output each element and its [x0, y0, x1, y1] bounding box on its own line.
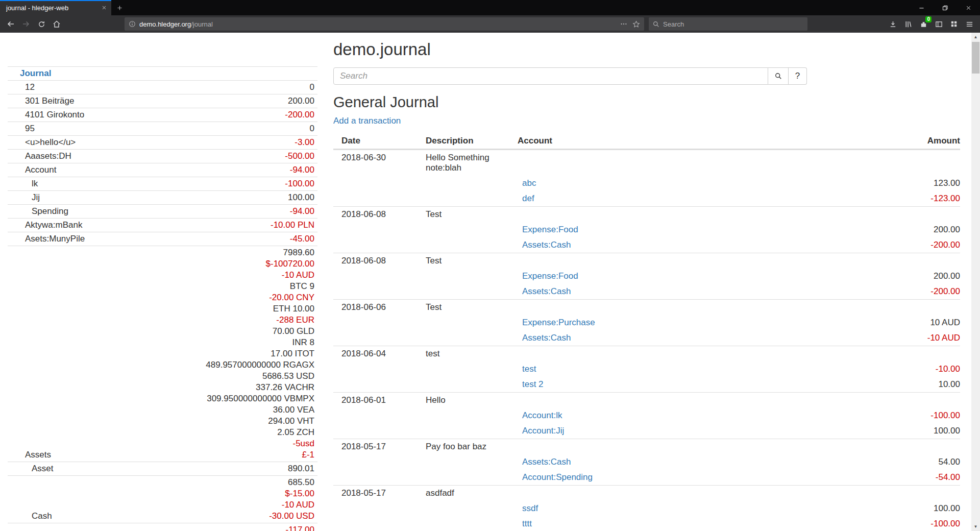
- account-link[interactable]: test: [522, 364, 536, 374]
- balance-amount: 17.00 ITOT: [206, 348, 314, 359]
- account-link[interactable]: ssdf: [522, 503, 538, 513]
- sidebar-account-name[interactable]: Jij: [8, 192, 40, 203]
- url-bar[interactable]: demo.hledger.org /journal: [125, 17, 644, 31]
- sidebar-account-name[interactable]: Account: [8, 164, 56, 176]
- search-help-button[interactable]: ?: [789, 67, 807, 85]
- tx-spacer: [827, 346, 960, 361]
- page-title: demo.journal: [333, 40, 960, 59]
- extension-button[interactable]: 0: [916, 16, 931, 32]
- posting-spacer: [333, 361, 418, 377]
- sidebar-account-name[interactable]: 95: [8, 123, 35, 134]
- account-link[interactable]: Assets:Cash: [522, 333, 571, 343]
- home-button[interactable]: [49, 16, 64, 32]
- account-link[interactable]: Expense:Purchase: [522, 318, 595, 327]
- posting-spacer: [333, 408, 418, 423]
- active-tab-indicator: [0, 0, 111, 1]
- posting-spacer: [418, 176, 509, 191]
- vertical-scrollbar[interactable]: ▲ ▼: [971, 33, 980, 531]
- account-link[interactable]: Account:Jij: [522, 426, 564, 436]
- forward-button[interactable]: [18, 16, 34, 32]
- balance-amount: -5usd: [206, 438, 314, 449]
- add-transaction-link[interactable]: Add a transaction: [333, 116, 401, 126]
- tx-date: 2018-06-08: [333, 206, 418, 222]
- window-close-button[interactable]: [957, 0, 980, 15]
- account-link[interactable]: tttt: [522, 519, 532, 528]
- menu-button[interactable]: [962, 16, 977, 32]
- account-link[interactable]: Account:Spending: [522, 472, 593, 482]
- tx-date: 2018-06-30: [333, 150, 418, 176]
- posting-amount: 10.00: [827, 377, 960, 392]
- new-tab-button[interactable]: [111, 0, 128, 15]
- posting-spacer: [333, 377, 418, 392]
- account-link[interactable]: Expense:Food: [522, 271, 578, 281]
- scroll-up-arrow[interactable]: ▲: [971, 33, 980, 41]
- posting-amount: 10 AUD: [827, 315, 960, 330]
- journal-search-input[interactable]: [333, 67, 768, 85]
- site-info-icon[interactable]: [129, 20, 136, 28]
- posting-spacer: [418, 470, 509, 485]
- posting-account-cell: Expense:Food: [509, 222, 827, 237]
- sidebar-account-name[interactable]: 4101 Girokonto: [8, 109, 84, 120]
- sidebar-account-name[interactable]: 12: [8, 82, 35, 93]
- account-link[interactable]: Assets:Cash: [522, 240, 571, 250]
- back-button[interactable]: [3, 16, 18, 32]
- account-link[interactable]: Assets:Cash: [522, 457, 571, 467]
- sidebar-account-name[interactable]: <u>hello</u>: [8, 137, 76, 148]
- account-link[interactable]: test 2: [522, 379, 544, 389]
- balance-amount: 294.00 VHT: [206, 416, 314, 427]
- tx-date: 2018-06-08: [333, 253, 418, 269]
- scroll-down-arrow[interactable]: ▼: [971, 522, 980, 531]
- browser-search-bar[interactable]: Search: [649, 17, 807, 31]
- account-link[interactable]: Assets:Cash: [522, 286, 571, 296]
- posting-spacer: [333, 315, 418, 330]
- account-link[interactable]: abc: [522, 178, 536, 188]
- balance-amount: INR 8: [206, 337, 314, 348]
- sidebar-account-row: 301 Beiträge200.00: [8, 94, 317, 108]
- account-link[interactable]: Account:lk: [522, 411, 562, 420]
- posting-spacer: [418, 501, 509, 516]
- sidebar-account-name[interactable]: lk: [8, 178, 38, 189]
- sidebar-account-row: Account-94.00: [8, 163, 317, 177]
- sidebar-account-row: 120: [8, 80, 317, 94]
- journal-search-button[interactable]: [768, 67, 789, 85]
- tx-date: 2018-06-04: [333, 346, 418, 361]
- sidebars-button[interactable]: [931, 16, 946, 32]
- balance-amount: 0: [310, 82, 314, 93]
- scrollbar-thumb[interactable]: [972, 42, 979, 74]
- bookmark-star-icon[interactable]: [632, 20, 640, 28]
- col-header-amount: Amount: [827, 133, 960, 150]
- window-minimize-button[interactable]: [910, 0, 933, 15]
- reload-button[interactable]: [34, 16, 49, 32]
- sidebar-account-row: Aaasets:DH-500.00: [8, 149, 317, 163]
- sidebar-account-name[interactable]: Assets: [8, 449, 51, 461]
- balance-amount: -20.00 CNY: [206, 292, 314, 303]
- library-button[interactable]: [900, 16, 916, 32]
- posting-amount: 100.00: [827, 423, 960, 439]
- window-restore-button[interactable]: [933, 0, 957, 15]
- posting-spacer: [418, 330, 509, 346]
- posting-account-cell: abc: [509, 176, 827, 191]
- sidebar-account-balances: 890.01: [288, 463, 314, 474]
- balance-amount: $-100720.00: [206, 258, 314, 270]
- account-link[interactable]: def: [522, 194, 534, 203]
- balance-amount: -94.00: [290, 206, 314, 217]
- screenshots-button[interactable]: [946, 16, 962, 32]
- sidebar-account-name[interactable]: Aaasets:DH: [8, 151, 71, 162]
- browser-tab[interactable]: journal - hledger-web: [0, 0, 111, 15]
- sidebar-journal-link[interactable]: Journal: [8, 68, 51, 79]
- account-link[interactable]: Expense:Food: [522, 225, 578, 234]
- sidebar-account-name[interactable]: Asets:MunyPile: [8, 233, 85, 245]
- sidebar-account-balances: -200.00: [285, 109, 314, 120]
- page-actions-icon[interactable]: [620, 20, 627, 28]
- sidebar-account-name[interactable]: Cash: [8, 511, 52, 522]
- sidebar-account-name[interactable]: Asset: [8, 463, 54, 474]
- posting-spacer: [418, 284, 509, 299]
- sidebar-account-name[interactable]: 301 Beiträge: [8, 95, 74, 107]
- downloads-button[interactable]: [885, 16, 900, 32]
- posting-spacer: [418, 191, 509, 206]
- tab-close-icon[interactable]: [101, 5, 107, 11]
- sidebar-account-name[interactable]: Aktywa:mBank: [8, 220, 82, 231]
- sidebar-account-name[interactable]: Spending: [8, 206, 68, 217]
- posting-spacer: [418, 269, 509, 284]
- search-icon: [653, 21, 659, 28]
